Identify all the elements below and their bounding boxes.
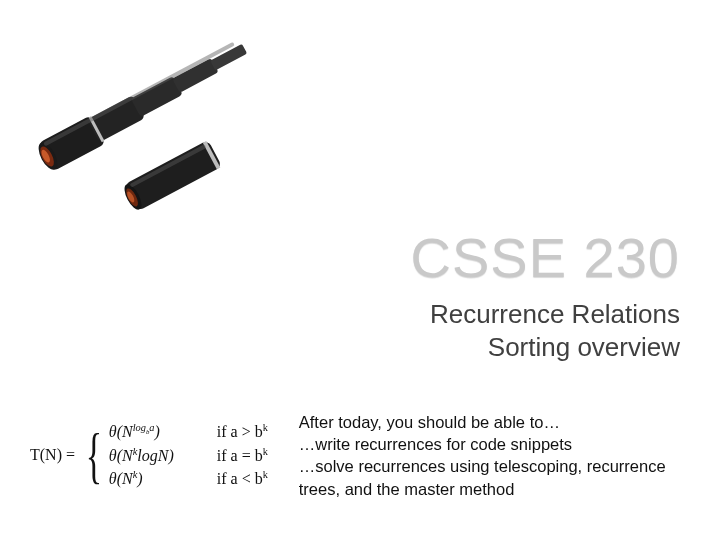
case-2-cond: if a = bk [217, 446, 281, 465]
telescope-svg [15, 20, 275, 220]
course-title: CSSE 230 [411, 225, 681, 290]
slide: CSSE 230 Recurrence Relations Sorting ov… [0, 0, 720, 540]
formula-case-1: θ(Nlogba) if a > bk [109, 422, 281, 441]
case-1-expr: θ(Nlogba) [109, 422, 199, 441]
learning-objectives: After today, you should be able to……writ… [299, 411, 690, 500]
master-theorem-formula: T(N) = { θ(Nlogba) if a > bk θ(NklogN) i… [30, 422, 281, 488]
bottom-row: T(N) = { θ(Nlogba) if a > bk θ(NklogN) i… [30, 411, 690, 500]
title-block: CSSE 230 Recurrence Relations Sorting ov… [411, 225, 681, 363]
formula-cases: θ(Nlogba) if a > bk θ(NklogN) if a = bk … [109, 422, 281, 488]
case-3-expr: θ(Nk) [109, 469, 199, 488]
case-1-cond: if a > bk [217, 422, 281, 441]
formula-case-3: θ(Nk) if a < bk [109, 469, 281, 488]
subtitle: Recurrence Relations Sorting overview [411, 298, 681, 363]
subtitle-line2: Sorting overview [488, 332, 680, 362]
telescope-image [15, 20, 275, 220]
formula-case-2: θ(NklogN) if a = bk [109, 446, 281, 465]
case-3-cond: if a < bk [217, 469, 281, 488]
subtitle-line1: Recurrence Relations [430, 299, 680, 329]
case-2-expr: θ(NklogN) [109, 446, 199, 465]
formula-lhs: T(N) = [30, 446, 75, 464]
svg-rect-9 [43, 42, 235, 146]
curly-brace-icon: { [86, 428, 102, 483]
